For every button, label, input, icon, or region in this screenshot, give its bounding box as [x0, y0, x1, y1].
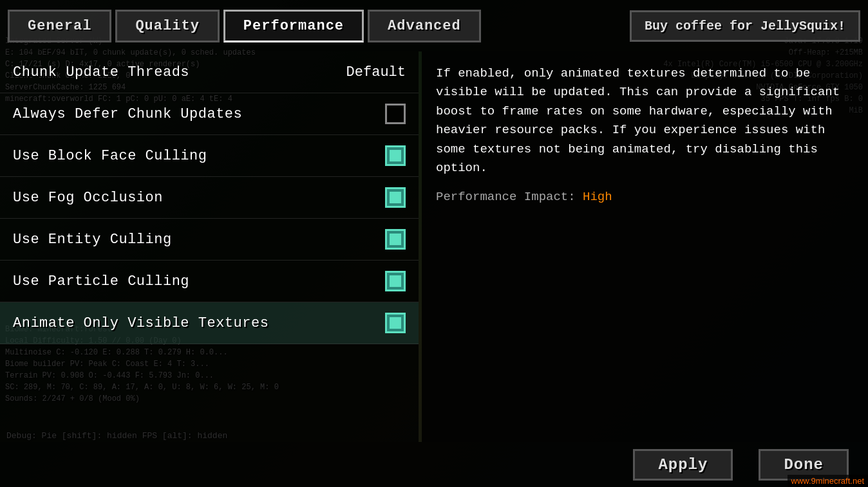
bottom-bar: Apply Done	[0, 442, 868, 487]
settings-panel: Chunk Update Threads Default Always Defe…	[0, 51, 419, 442]
description-panel: If enabled, only animated textures deter…	[422, 51, 868, 442]
setting-label-chunk-update-threads: Chunk Update Threads	[13, 64, 189, 80]
watermark-suffix: .net	[850, 476, 864, 486]
tab-advanced[interactable]: Advanced	[368, 10, 481, 42]
checkbox-animate-only-visible-textures[interactable]	[385, 313, 406, 333]
performance-impact: Performance Impact: High	[436, 190, 854, 204]
settings-dialog: General Quality Performance Advanced Buy…	[0, 0, 868, 487]
tab-general[interactable]: General	[8, 10, 111, 42]
tab-bar: General Quality Performance Advanced Buy…	[0, 0, 868, 51]
setting-row-use-particle-culling[interactable]: Use Particle Culling	[0, 261, 419, 302]
performance-impact-label: Performance Impact:	[436, 190, 576, 204]
watermark-brand: 9minecraft	[811, 476, 851, 486]
setting-row-animate-only-visible-textures[interactable]: Animate Only Visible Textures	[0, 302, 419, 344]
checkbox-always-defer-chunk-updates[interactable]	[385, 104, 406, 124]
tab-quality[interactable]: Quality	[115, 10, 219, 42]
apply-button[interactable]: Apply	[633, 449, 733, 481]
setting-label-always-defer-chunk-updates: Always Defer Chunk Updates	[13, 106, 242, 122]
checkbox-use-particle-culling[interactable]	[385, 271, 406, 291]
setting-value-chunk-update-threads: Default	[346, 64, 406, 80]
checkbox-use-block-face-culling[interactable]	[385, 145, 406, 166]
setting-row-use-block-face-culling[interactable]: Use Block Face Culling	[0, 135, 419, 177]
setting-label-use-fog-occlusion: Use Fog Occlusion	[13, 190, 163, 206]
setting-row-chunk-update-threads[interactable]: Chunk Update Threads Default	[0, 51, 419, 93]
performance-impact-value: High	[583, 190, 612, 204]
setting-label-use-block-face-culling: Use Block Face Culling	[13, 148, 207, 164]
watermark-prefix: www.	[791, 476, 811, 486]
setting-label-use-entity-culling: Use Entity Culling	[13, 232, 172, 248]
setting-row-use-entity-culling[interactable]: Use Entity Culling	[0, 219, 419, 261]
buy-coffee-button[interactable]: Buy coffee for JellySquix!	[630, 10, 860, 42]
description-text: If enabled, only animated textures deter…	[436, 64, 854, 178]
setting-label-animate-only-visible-textures: Animate Only Visible Textures	[13, 315, 269, 331]
setting-label-use-particle-culling: Use Particle Culling	[13, 273, 189, 289]
watermark: www.9minecraft.net	[788, 475, 868, 487]
tab-performance[interactable]: Performance	[223, 10, 364, 42]
checkbox-use-entity-culling[interactable]	[385, 229, 406, 250]
setting-row-always-defer-chunk-updates[interactable]: Always Defer Chunk Updates	[0, 93, 419, 135]
setting-row-use-fog-occlusion[interactable]: Use Fog Occlusion	[0, 177, 419, 219]
checkbox-use-fog-occlusion[interactable]	[385, 187, 406, 208]
